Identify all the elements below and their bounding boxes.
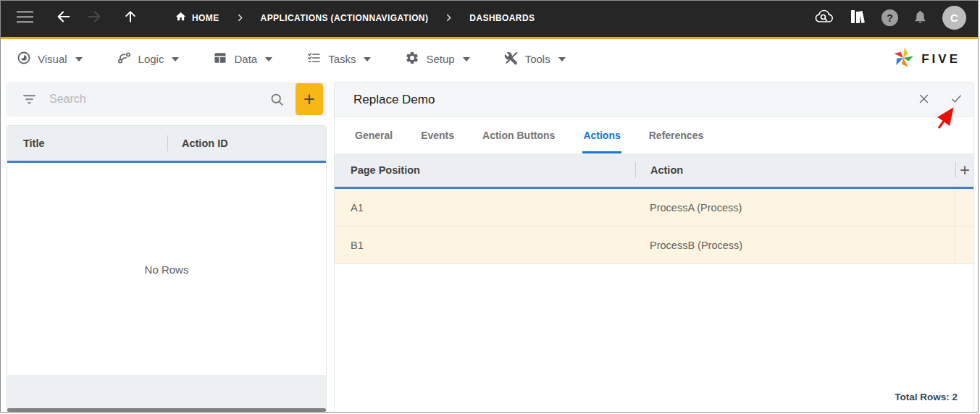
records-table-footer (7, 375, 326, 408)
menu-label: Logic (138, 53, 164, 65)
records-table-body: No Rows (7, 165, 326, 374)
caret-down-icon (364, 57, 371, 62)
five-brand: FIVE (892, 46, 960, 72)
breadcrumb-label: DASHBOARDS (469, 13, 535, 23)
search-icon[interactable] (269, 92, 285, 110)
top-navbar: HOME APPLICATIONS (ACTIONNAVIGATION) DAS… (1, 1, 978, 39)
column-header-action-id[interactable]: Action ID (168, 138, 228, 149)
menu-label: Tools (525, 53, 550, 65)
cell-page-position: A1 (335, 202, 635, 214)
back-button[interactable] (51, 6, 76, 30)
detail-header-actions (918, 93, 963, 107)
setup-gear-icon (405, 51, 419, 67)
chevron-right-icon (235, 13, 245, 22)
topnav-right-icons: ? C (814, 6, 966, 30)
tab-actions[interactable]: Actions (582, 117, 621, 153)
caret-down-icon (463, 57, 470, 62)
filter-list-icon[interactable] (22, 94, 37, 104)
table-row[interactable]: A1 ProcessA (Process) (335, 189, 973, 227)
close-icon (918, 93, 930, 107)
brand-wordmark: FIVE (921, 52, 960, 67)
left-list-panel: + Title Action ID No Rows (7, 82, 327, 412)
bell-icon (913, 9, 928, 27)
cancel-button[interactable] (918, 93, 930, 107)
add-record-button[interactable]: + (296, 83, 323, 115)
caret-down-icon (75, 57, 83, 62)
cell-spacer (955, 227, 973, 263)
empty-state-text: No Rows (145, 263, 189, 276)
visual-target-icon (17, 51, 31, 67)
menu-setup[interactable]: Setup (405, 51, 469, 67)
search-bar: + (7, 82, 327, 117)
save-button[interactable] (950, 93, 963, 107)
forward-button[interactable] (82, 6, 106, 30)
column-header-title[interactable]: Title (7, 138, 167, 149)
main-menubar: Visual Logic Data Tasks (1, 39, 978, 79)
menu-tasks[interactable]: Tasks (306, 51, 371, 67)
total-rows-label: Total Rows: 2 (895, 392, 958, 402)
page-title: Replace Demo (353, 93, 435, 107)
library-books-icon (849, 8, 867, 28)
table-row[interactable]: B1 ProcessB (Process) (335, 227, 973, 264)
column-header-action[interactable]: Action (636, 164, 955, 176)
cloud-search-button[interactable] (814, 8, 834, 28)
check-icon (950, 93, 963, 107)
caret-down-icon (265, 57, 272, 62)
records-table-header: Title Action ID (7, 126, 326, 163)
detail-tabs: General Events Action Buttons Actions Re… (335, 117, 973, 153)
add-action-button[interactable]: + (956, 161, 973, 179)
arrow-up-icon (123, 9, 138, 27)
home-icon (175, 11, 187, 25)
help-button[interactable]: ? (881, 9, 898, 26)
up-button[interactable] (118, 6, 143, 30)
menu-visual[interactable]: Visual (17, 51, 83, 67)
breadcrumb-home[interactable]: HOME (175, 11, 219, 25)
caret-down-icon (172, 57, 179, 62)
tools-wrench-icon (504, 51, 519, 67)
tasks-checklist-icon (306, 51, 322, 67)
cloud-search-icon (814, 8, 834, 28)
detail-panel-header: Replace Demo (335, 83, 973, 117)
tab-general[interactable]: General (354, 117, 393, 153)
user-avatar[interactable]: C (942, 6, 966, 30)
breadcrumb-applications[interactable]: APPLICATIONS (ACTIONNAVIGATION) (261, 13, 429, 23)
menu-logic[interactable]: Logic (117, 51, 180, 67)
breadcrumb-label: APPLICATIONS (ACTIONNAVIGATION) (261, 13, 429, 23)
breadcrumb-dashboards[interactable]: DASHBOARDS (469, 13, 535, 23)
library-button[interactable] (849, 8, 867, 28)
menu-label: Setup (426, 53, 454, 65)
arrow-right-icon (86, 9, 102, 27)
column-header-page-position[interactable]: Page Position (335, 164, 635, 176)
arrow-left-icon (56, 9, 72, 27)
cell-page-position: B1 (335, 240, 635, 251)
tab-action-buttons[interactable]: Action Buttons (482, 117, 556, 153)
hamburger-icon (17, 11, 33, 25)
breadcrumb-label: HOME (192, 13, 219, 23)
horizontal-scrollbar[interactable] (7, 408, 326, 412)
notifications-button[interactable] (913, 9, 928, 27)
cell-spacer (955, 189, 973, 226)
cell-action: ProcessB (Process) (635, 240, 955, 251)
detail-panel: Replace Demo General Events Action Butto… (334, 82, 974, 412)
records-table: Title Action ID No Rows (7, 125, 327, 412)
menu-tools[interactable]: Tools (504, 51, 566, 67)
data-table-icon (213, 51, 227, 67)
avatar: C (942, 6, 966, 30)
logic-flow-icon (117, 51, 132, 67)
menu-data[interactable]: Data (213, 51, 272, 67)
hamburger-menu-button[interactable] (12, 6, 37, 30)
breadcrumb: HOME APPLICATIONS (ACTIONNAVIGATION) DAS… (175, 11, 535, 25)
help-icon: ? (881, 9, 898, 26)
tab-events[interactable]: Events (420, 117, 455, 153)
chevron-right-icon (444, 13, 453, 22)
app-window: HOME APPLICATIONS (ACTIONNAVIGATION) DAS… (0, 0, 979, 413)
menu-label: Tasks (328, 53, 356, 65)
actions-grid-header: Page Position Action + (335, 153, 973, 189)
tab-references[interactable]: References (648, 117, 705, 153)
five-logo-icon (892, 46, 915, 72)
menu-label: Visual (38, 53, 67, 65)
menu-label: Data (234, 53, 257, 65)
caret-down-icon (558, 57, 566, 62)
cell-action: ProcessA (Process) (635, 202, 955, 214)
